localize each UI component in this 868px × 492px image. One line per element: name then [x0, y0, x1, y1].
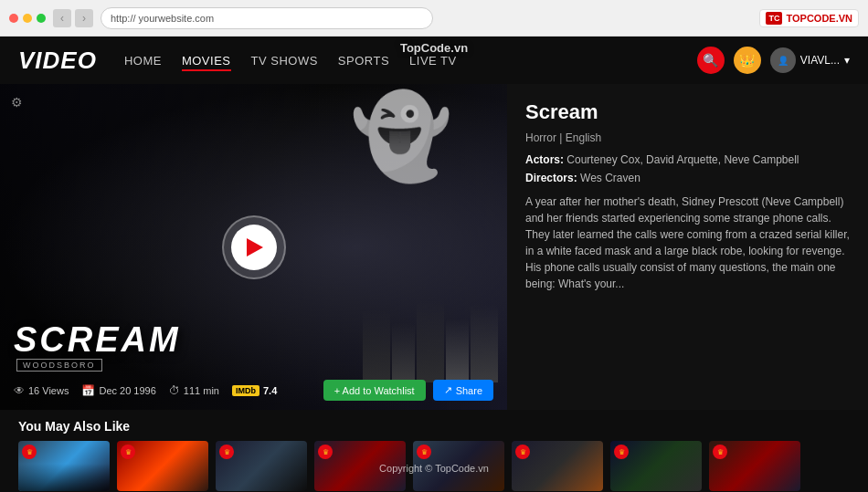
topcode-logo: TC TOPCODE.VN — [759, 9, 859, 27]
nav-movies[interactable]: MOVIES — [182, 52, 231, 68]
characters-group — [363, 300, 498, 382]
crown-icon: ♛ — [515, 445, 530, 459]
play-circle — [222, 215, 286, 279]
date-text: Dec 20 1996 — [99, 385, 155, 396]
url-text: http:// yourwebsite.com — [111, 13, 214, 24]
site-logo: VIDEO — [18, 47, 97, 75]
nav-tvshows[interactable]: TV SHOWS — [251, 52, 318, 68]
forward-button[interactable]: › — [75, 9, 93, 27]
directors-row: Directors: Wes Craven — [525, 172, 850, 184]
list-item[interactable]: ♛ — [709, 441, 800, 491]
dot-yellow[interactable] — [23, 14, 32, 23]
main-content: 👻 ⚙ SCREAM WOODSBORO — [0, 84, 868, 410]
share-icon: ↗ — [444, 384, 452, 396]
info-panel: Scream Horror | English Actors: Courtene… — [507, 84, 868, 410]
watermark: TopCode.vn — [400, 41, 468, 55]
date-meta: 📅 Dec 20 1996 — [81, 384, 155, 397]
list-item[interactable]: ♛ — [216, 441, 307, 491]
nav-sports[interactable]: SPORTS — [338, 52, 389, 68]
crown-icon: ♛ — [219, 445, 234, 459]
cart-button[interactable]: 👑 — [734, 47, 761, 74]
settings-icon[interactable]: ⚙ — [11, 95, 23, 110]
crown-icon: ♛ — [713, 445, 727, 459]
add-watchlist-button[interactable]: + Add to Watchlist — [323, 380, 426, 401]
calendar-icon: 📅 — [81, 384, 95, 397]
share-button[interactable]: ↗ Share — [433, 380, 493, 401]
actors-row: Actors: Courteney Cox, David Arquette, N… — [525, 153, 850, 166]
dot-red[interactable] — [9, 14, 18, 23]
share-label: Share — [456, 385, 482, 396]
header-actions: 🔍 👑 👤 VIAVL... ▾ — [697, 47, 850, 74]
clock-icon: ⏱ — [169, 384, 180, 397]
list-item[interactable]: ♛ — [610, 441, 702, 491]
tc-text: TOPCODE.VN — [786, 13, 852, 24]
crown-icon: ♛ — [22, 445, 37, 459]
browser-chrome: ‹ › http:// yourwebsite.com TC TOPCODE.V… — [0, 0, 868, 37]
crown-icon: ♛ — [614, 445, 629, 459]
list-item[interactable]: ♛ — [512, 441, 603, 491]
eye-icon: 👁 — [14, 384, 25, 397]
action-buttons: + Add to Watchlist ↗ Share — [323, 380, 493, 401]
browser-nav: ‹ › — [53, 9, 93, 27]
genre-text: Horror — [525, 131, 556, 144]
actors-label: Actors: — [525, 153, 564, 166]
language-text: English — [566, 131, 601, 144]
video-panel[interactable]: 👻 ⚙ SCREAM WOODSBORO — [0, 84, 507, 410]
dot-green[interactable] — [37, 14, 46, 23]
also-like-title: You May Also Like — [18, 419, 850, 434]
play-inner — [231, 225, 277, 270]
browser-dots — [9, 14, 46, 23]
tc-icon: TC — [766, 12, 782, 25]
also-like-section: You May Also Like ♛ ♛ ♛ ♛ ♛ ♛ — [0, 410, 868, 492]
directors-label: Directors: — [525, 172, 577, 184]
back-button[interactable]: ‹ — [53, 9, 71, 27]
duration-meta: ⏱ 111 min — [169, 384, 219, 397]
crown-icon: ♛ — [121, 445, 135, 459]
views-text: 16 Views — [28, 385, 69, 396]
user-label: VIAVL... — [800, 54, 840, 67]
woodsboro-sign: WOODSBORO — [16, 359, 102, 372]
actors-text: Courteney Cox, David Arquette, Neve Camp… — [566, 153, 799, 166]
imdb-score: 7.4 — [263, 385, 277, 396]
duration-text: 111 min — [184, 385, 219, 396]
crown-icon: ♛ — [417, 445, 431, 459]
user-avatar: 👤 — [770, 47, 796, 73]
search-button[interactable]: 🔍 — [697, 47, 725, 74]
chevron-down-icon: ▾ — [844, 54, 850, 67]
video-meta: 👁 16 Views 📅 Dec 20 1996 ⏱ 111 min IMDb … — [0, 380, 507, 401]
movie-title: Scream — [525, 100, 850, 124]
movie-description: A year after her mother's death, Sidney … — [525, 194, 850, 292]
copyright-text: Copyright © TopCode.vn — [379, 463, 489, 474]
imdb-badge: IMDb — [232, 385, 259, 396]
address-bar[interactable]: http:// yourwebsite.com — [101, 7, 433, 29]
user-menu[interactable]: 👤 VIAVL... ▾ — [770, 47, 850, 73]
ghost-mask-icon: 👻 — [350, 89, 452, 184]
list-item[interactable]: ♛ — [18, 441, 110, 491]
play-button[interactable] — [222, 215, 286, 279]
views-meta: 👁 16 Views — [14, 384, 69, 397]
logo-text: VIDEO — [18, 47, 97, 74]
play-triangle-icon — [247, 238, 263, 256]
video-title-overlay: SCREAM — [14, 320, 181, 360]
imdb-meta: IMDb 7.4 — [232, 385, 277, 396]
director-text: Wes Craven — [580, 172, 640, 184]
crown-icon: ♛ — [318, 445, 333, 459]
list-item[interactable]: ♛ — [117, 441, 208, 491]
movie-genres: Horror | English — [525, 131, 850, 144]
nav-home[interactable]: HOME — [124, 52, 162, 68]
